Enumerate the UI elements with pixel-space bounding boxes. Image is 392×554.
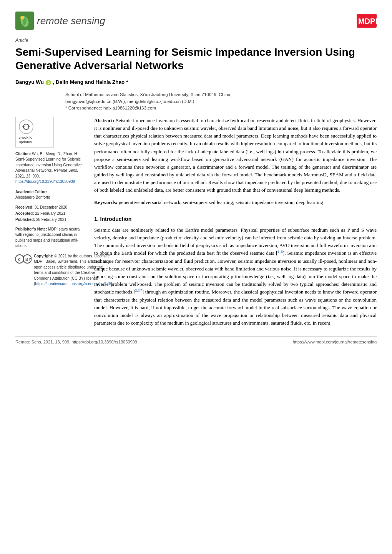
keywords-line: Keywords: generative adversarial network… [94,199,377,206]
published-label: Published: [15,217,35,222]
affiliation-line1: School of Mathematics and Statistics, Xi… [65,92,232,97]
academic-editor-label: Academic Editor: [15,190,47,194]
copyright-label: Copyright: [34,254,53,258]
citation-label: Citation: [15,152,31,156]
received-date: 31 December 2020 [35,205,67,209]
article-type-label: Article [15,37,377,44]
citation-text: Wu, B.; Meng, D.; Zhao, H. Semi-Supervis… [15,152,82,184]
abstract-paragraph: Abstract: Seismic impedance inversion is… [94,117,377,194]
abstract-label: Abstract: [94,118,115,123]
received-label: Received: [15,205,33,209]
footer-right: https://www.mdpi.com/journal/remotesensi… [293,339,377,345]
academic-editor-block: Academic Editor: Alessandro Bonforte [15,189,86,201]
svg-text:BY: BY [25,257,32,262]
right-column: Abstract: Seismic impedance inversion is… [94,117,377,329]
main-layout: check for updates Citation: Wu, B.; Meng… [15,117,377,329]
publisher-note-label: Publisher’s Note: [15,227,47,231]
cc-license-icon: c BY [15,254,32,264]
orcid-icon: iD [46,80,51,85]
svg-text:c: c [18,257,21,262]
check-updates-icon [19,119,33,134]
journal-name: remote sensing [37,13,105,28]
author-names: Bangyu Wu [15,79,45,85]
section-divider [94,211,377,211]
dates-block: Received: 31 December 2020 Accepted: 22 … [15,204,86,223]
abstract-text: Seismic impedance inversion is essential… [94,118,377,193]
published-date: 28 February 2021 [36,217,66,222]
intro-paragraph1: Seismic data are nonlinearly related to … [94,226,377,327]
cc-icon: c BY [15,254,32,266]
ref-1-5: 1–5 [277,250,283,254]
authors-line: Bangyu Wu iD , Delin Meng and Haixia Zha… [15,78,377,86]
affiliation-line3: * Correspondence: haixia19861220@163.com [65,106,156,110]
keywords-label: Keywords: [94,199,118,205]
author-names-rest: , Delin Meng and Haixia Zhao * [53,79,128,85]
abstract-section: Abstract: Seismic impedance inversion is… [94,117,377,194]
article-title: Semi-Supervised Learning for Seismic Imp… [15,45,377,72]
left-column: check for updates Citation: Wu, B.; Meng… [15,117,86,329]
affiliation-block: School of Mathematics and Statistics, Xi… [15,91,377,111]
check-updates-line1: check for [19,135,34,139]
journal-logo-icon [15,12,34,30]
cc-license-block: c BY Copyright: © 2021 by the authors. L… [15,254,86,287]
svg-point-6 [19,120,33,134]
page-footer: Remote Sens. 2021, 13, 909. https://doi.… [15,336,377,345]
intro-heading: 1. Introduction [94,215,377,223]
check-for-updates-box[interactable]: check for updates [15,117,54,148]
doi-link[interactable]: https://doi.org/10.3390/rs13050909 [15,179,75,184]
journal-logo: remote sensing [15,12,105,30]
affiliation-line2: bangyuwu@xjtu.edu.cn (B.W.); mengdelin@s… [65,99,194,104]
svg-text:MDPI: MDPI [358,17,377,25]
publisher-note-block: Publisher’s Note: MDPI stays neutral wit… [15,227,86,249]
citation-block: Citation: Wu, B.; Meng, D.; Zhao, H. Sem… [15,151,86,185]
mdpi-logo-icon: MDPI [357,14,377,28]
accepted-label: Accepted: [15,211,34,216]
svg-marker-8 [22,126,25,128]
ref-2-6-7: 2,6,7 [135,289,142,292]
accepted-date: 22 February 2021 [35,211,65,216]
academic-editor-name: Alessandro Bonforte [15,195,50,199]
check-updates-text: check for updates [19,135,34,145]
svg-point-3 [20,16,24,20]
check-updates-line2: updates [19,140,32,144]
page-header: remote sensing MDPI [15,12,377,30]
keywords-text: generative adversarial network; semi-sup… [119,199,323,205]
footer-left: Remote Sens. 2021, 13, 909. https://doi.… [15,339,137,345]
